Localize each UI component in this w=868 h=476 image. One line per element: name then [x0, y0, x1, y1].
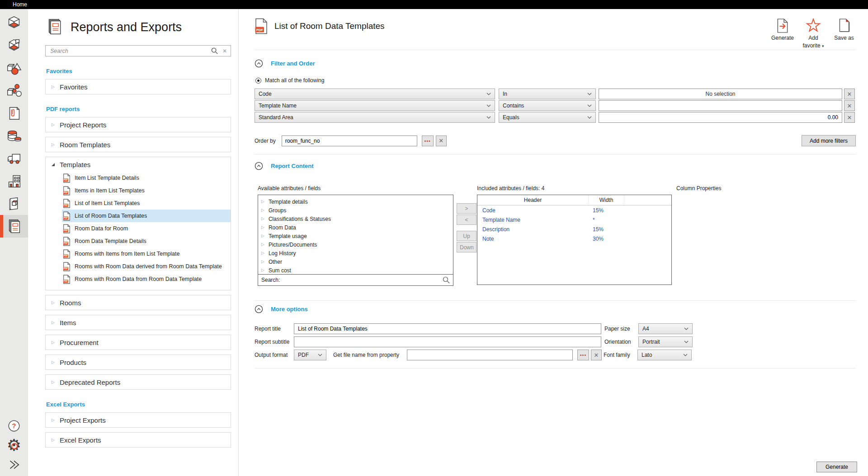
report-subtitle-input[interactable]	[294, 336, 601, 347]
move-left-button[interactable]: <	[457, 215, 476, 225]
save-as-button[interactable]: Save as	[832, 18, 856, 41]
expander-open-icon[interactable]	[52, 163, 55, 166]
paper-size-dropdown[interactable]: A4	[638, 323, 693, 334]
filter-value-field[interactable]: 0.00	[599, 112, 842, 123]
expander-icon[interactable]: ▷	[261, 234, 264, 238]
attribute-group[interactable]: ▷Other	[258, 257, 453, 266]
file-name-property-input[interactable]	[407, 350, 573, 360]
group-items[interactable]: ▷ Items	[45, 315, 231, 330]
search-input[interactable]	[49, 47, 211, 55]
group-excel-exports[interactable]: ▷ Excel Exports	[45, 432, 231, 448]
tree-item[interactable]: PDF Rooms with Room Data derived from Ro…	[62, 260, 231, 273]
rail-item-finance[interactable]	[0, 125, 28, 147]
attribute-group[interactable]: ▷Classifications & Statuses	[258, 215, 453, 223]
filter-field-dropdown[interactable]: Code	[255, 89, 495, 99]
expander-icon[interactable]: ▷	[52, 341, 55, 345]
move-down-button[interactable]: Down	[457, 242, 476, 252]
collapse-section-button[interactable]	[255, 59, 263, 68]
output-format-dropdown[interactable]: PDF	[294, 350, 326, 360]
table-row[interactable]: Note 30%	[477, 234, 671, 243]
group-deprecated-reports[interactable]: ▷ Deprecated Reports	[45, 374, 231, 390]
tree-item[interactable]: PDF Rooms with Items from Item List Temp…	[62, 247, 231, 260]
header-column[interactable]: Header	[477, 197, 588, 203]
help-button[interactable]: ?	[0, 416, 28, 435]
group-rooms[interactable]: ▷ Rooms	[45, 295, 231, 310]
group-templates-header[interactable]: Templates	[46, 157, 231, 172]
expander-icon[interactable]: ▷	[52, 85, 55, 89]
collapse-rail-button[interactable]	[0, 455, 28, 474]
home-menu[interactable]: Home	[13, 1, 27, 8]
group-project-exports[interactable]: ▷ Project Exports	[45, 412, 231, 428]
filter-operator-dropdown[interactable]: Equals	[499, 112, 596, 123]
expander-icon[interactable]: ▷	[261, 200, 264, 204]
expander-icon[interactable]: ▷	[52, 143, 55, 147]
filter-operator-dropdown[interactable]: Contains	[499, 100, 596, 111]
expander-icon[interactable]: ▷	[52, 438, 55, 442]
attribute-group[interactable]: ▷Groups	[258, 206, 453, 215]
generate-report-button[interactable]: Generate	[816, 462, 857, 472]
filter-operator-dropdown[interactable]: In	[499, 89, 596, 99]
rail-item-catalog[interactable]	[0, 192, 28, 215]
order-by-browse-button[interactable]: •••	[422, 135, 434, 146]
clear-order-by-button[interactable]: ✕	[436, 135, 447, 146]
move-up-button[interactable]: Up	[457, 231, 476, 241]
add-more-filters-button[interactable]: Add more filters	[802, 135, 856, 146]
rail-item-reports[interactable]	[0, 215, 28, 238]
rail-item-items[interactable]	[0, 57, 28, 79]
expander-icon[interactable]: ▷	[52, 301, 55, 305]
rail-item-procurement[interactable]	[0, 147, 28, 170]
remove-filter-button[interactable]: ✕	[844, 112, 855, 123]
collapse-section-button[interactable]	[255, 162, 263, 170]
expander-icon[interactable]: ▷	[52, 418, 55, 422]
expander-icon[interactable]: ▷	[52, 123, 55, 127]
expander-icon[interactable]: ▷	[52, 321, 55, 325]
generate-button[interactable]: Generate	[771, 18, 794, 41]
font-family-dropdown[interactable]: Lato	[637, 350, 692, 360]
file-name-browse-button[interactable]: •••	[577, 350, 589, 360]
tree-item[interactable]: PDF Items in Item List Templates	[62, 184, 231, 197]
rail-item-rooms[interactable]	[0, 12, 28, 34]
remove-filter-button[interactable]: ✕	[844, 89, 855, 99]
attributes-search-field[interactable]: Search:	[258, 275, 453, 286]
attribute-group[interactable]: ▷Pictures/Documents	[258, 240, 453, 249]
tree-item[interactable]: PDF Room Data Template Details	[62, 235, 231, 247]
width-column[interactable]: Width	[588, 195, 624, 205]
collapse-section-button[interactable]	[255, 305, 263, 313]
group-favorites[interactable]: ▷ Favorites	[45, 79, 231, 94]
expander-icon[interactable]: ▷	[261, 268, 264, 272]
clear-file-name-button[interactable]: ✕	[591, 350, 602, 360]
report-title-input[interactable]	[294, 323, 601, 334]
attribute-group[interactable]: ▷Log History	[258, 249, 453, 257]
filter-value-field[interactable]: No selection	[599, 89, 842, 99]
add-favorite-button[interactable]: Add favorite ▾	[802, 18, 825, 49]
tree-item[interactable]: PDF Room Data for Room	[62, 222, 231, 235]
expander-icon[interactable]: ▷	[52, 380, 55, 384]
table-row[interactable]: Code 15%	[477, 205, 671, 215]
expander-icon[interactable]: ▷	[261, 217, 264, 221]
expander-icon[interactable]: ▷	[261, 243, 264, 247]
attribute-group[interactable]: ▷Template usage	[258, 232, 453, 240]
filter-field-dropdown[interactable]: Template Name	[255, 100, 495, 111]
expander-icon[interactable]: ▷	[261, 208, 264, 212]
rail-item-room-data[interactable]	[0, 34, 28, 57]
group-room-templates[interactable]: ▷ Room Templates	[45, 137, 231, 152]
rail-item-attachments[interactable]	[0, 102, 28, 125]
attribute-group[interactable]: ▷Sum cost	[258, 266, 453, 275]
settings-button[interactable]: ⚙	[0, 435, 28, 455]
tree-item-selected[interactable]: PDF List of Room Data Templates	[62, 210, 231, 222]
match-all-radio[interactable]	[255, 78, 261, 84]
group-procurement[interactable]: ▷ Procurement	[45, 335, 231, 350]
group-project-reports[interactable]: ▷ Project Reports	[45, 117, 231, 132]
filter-value-field[interactable]	[599, 100, 842, 111]
table-row[interactable]: Description 15%	[477, 224, 671, 234]
tree-item[interactable]: PDF Rooms with Room Data from Room Data …	[62, 273, 231, 285]
order-by-input[interactable]	[282, 135, 417, 146]
attribute-group[interactable]: ▷Room Data	[258, 223, 453, 232]
rail-item-products[interactable]	[0, 170, 28, 192]
search-icon[interactable]	[211, 47, 218, 54]
tree-item[interactable]: PDF Item List Template Details	[62, 172, 231, 184]
orientation-dropdown[interactable]: Portrait	[638, 336, 693, 347]
rail-item-systems[interactable]	[0, 79, 28, 102]
expander-icon[interactable]: ▷	[261, 260, 264, 264]
expander-icon[interactable]: ▷	[261, 225, 264, 229]
